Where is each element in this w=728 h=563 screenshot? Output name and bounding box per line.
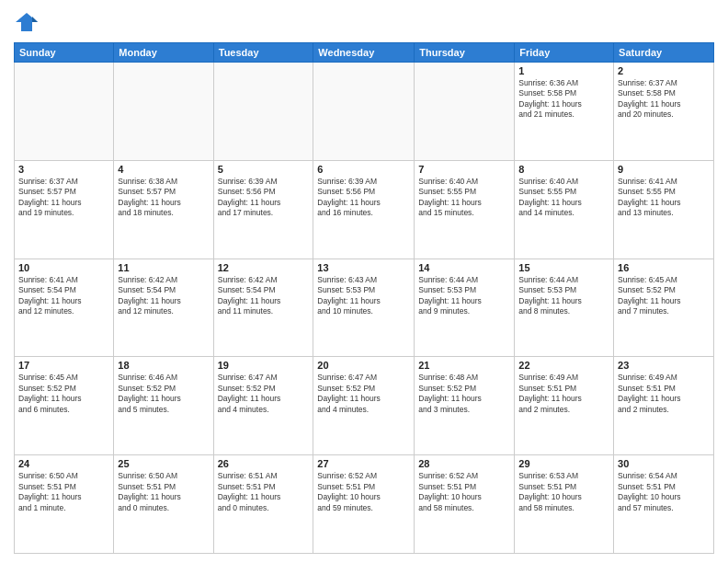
- week-row-2: 3Sunrise: 6:37 AM Sunset: 5:57 PM Daylig…: [15, 160, 714, 259]
- day-info: Sunrise: 6:43 AM Sunset: 5:53 PM Dayligh…: [317, 275, 410, 317]
- weekday-header-saturday: Saturday: [614, 43, 714, 63]
- day-number: 21: [418, 360, 510, 371]
- calendar-cell: 8Sunrise: 6:40 AM Sunset: 5:55 PM Daylig…: [515, 160, 614, 259]
- day-info: Sunrise: 6:40 AM Sunset: 5:55 PM Dayligh…: [418, 177, 510, 219]
- weekday-header-friday: Friday: [515, 43, 614, 63]
- day-info: Sunrise: 6:37 AM Sunset: 5:58 PM Dayligh…: [618, 78, 710, 121]
- day-number: 14: [418, 262, 510, 273]
- day-info: Sunrise: 6:47 AM Sunset: 5:52 PM Dayligh…: [317, 373, 410, 415]
- calendar-cell: 28Sunrise: 6:52 AM Sunset: 5:51 PM Dayli…: [415, 455, 515, 554]
- day-number: 6: [317, 164, 410, 175]
- calendar-table: SundayMondayTuesdayWednesdayThursdayFrid…: [14, 42, 714, 554]
- calendar-cell: 12Sunrise: 6:42 AM Sunset: 5:54 PM Dayli…: [213, 259, 313, 357]
- day-number: 16: [618, 262, 710, 273]
- day-number: 19: [218, 360, 310, 371]
- day-info: Sunrise: 6:49 AM Sunset: 5:51 PM Dayligh…: [518, 373, 609, 415]
- calendar-cell: 9Sunrise: 6:41 AM Sunset: 5:55 PM Daylig…: [614, 160, 714, 259]
- calendar-cell: [114, 63, 213, 161]
- calendar-cell: 15Sunrise: 6:44 AM Sunset: 5:53 PM Dayli…: [515, 259, 614, 357]
- day-number: 22: [518, 360, 609, 371]
- week-row-4: 17Sunrise: 6:45 AM Sunset: 5:52 PM Dayli…: [15, 357, 714, 455]
- day-number: 9: [618, 164, 710, 175]
- calendar-cell: 13Sunrise: 6:43 AM Sunset: 5:53 PM Dayli…: [313, 259, 415, 357]
- day-info: Sunrise: 6:54 AM Sunset: 5:51 PM Dayligh…: [618, 471, 710, 513]
- calendar-cell: [213, 63, 313, 161]
- day-number: 29: [518, 458, 609, 469]
- calendar-cell: 27Sunrise: 6:52 AM Sunset: 5:51 PM Dayli…: [313, 455, 415, 554]
- day-info: Sunrise: 6:52 AM Sunset: 5:51 PM Dayligh…: [418, 471, 510, 513]
- day-info: Sunrise: 6:45 AM Sunset: 5:52 PM Dayligh…: [618, 275, 710, 317]
- calendar-cell: 19Sunrise: 6:47 AM Sunset: 5:52 PM Dayli…: [213, 357, 313, 455]
- week-row-3: 10Sunrise: 6:41 AM Sunset: 5:54 PM Dayli…: [15, 259, 714, 357]
- day-number: 5: [218, 164, 310, 175]
- day-info: Sunrise: 6:39 AM Sunset: 5:56 PM Dayligh…: [317, 177, 410, 219]
- day-info: Sunrise: 6:49 AM Sunset: 5:51 PM Dayligh…: [618, 373, 710, 415]
- calendar-cell: 29Sunrise: 6:53 AM Sunset: 5:51 PM Dayli…: [515, 455, 614, 554]
- calendar-cell: [415, 63, 515, 161]
- calendar-cell: 2Sunrise: 6:37 AM Sunset: 5:58 PM Daylig…: [614, 63, 714, 161]
- day-info: Sunrise: 6:50 AM Sunset: 5:51 PM Dayligh…: [118, 471, 209, 513]
- day-info: Sunrise: 6:52 AM Sunset: 5:51 PM Dayligh…: [317, 471, 410, 513]
- calendar-cell: 6Sunrise: 6:39 AM Sunset: 5:56 PM Daylig…: [313, 160, 415, 259]
- day-number: 28: [418, 458, 510, 469]
- day-number: 27: [317, 458, 410, 469]
- calendar-cell: 7Sunrise: 6:40 AM Sunset: 5:55 PM Daylig…: [415, 160, 515, 259]
- day-number: 23: [618, 360, 710, 371]
- weekday-header-row: SundayMondayTuesdayWednesdayThursdayFrid…: [15, 43, 714, 63]
- day-info: Sunrise: 6:42 AM Sunset: 5:54 PM Dayligh…: [118, 275, 209, 317]
- calendar-cell: [313, 63, 415, 161]
- day-info: Sunrise: 6:40 AM Sunset: 5:55 PM Dayligh…: [518, 177, 609, 219]
- day-info: Sunrise: 6:41 AM Sunset: 5:54 PM Dayligh…: [18, 275, 109, 317]
- day-number: 15: [518, 262, 609, 273]
- day-number: 20: [317, 360, 410, 371]
- calendar-cell: 4Sunrise: 6:38 AM Sunset: 5:57 PM Daylig…: [114, 160, 213, 259]
- calendar-cell: 20Sunrise: 6:47 AM Sunset: 5:52 PM Dayli…: [313, 357, 415, 455]
- calendar-cell: 26Sunrise: 6:51 AM Sunset: 5:51 PM Dayli…: [213, 455, 313, 554]
- calendar-cell: 14Sunrise: 6:44 AM Sunset: 5:53 PM Dayli…: [415, 259, 515, 357]
- weekday-header-sunday: Sunday: [15, 43, 114, 63]
- calendar-cell: 10Sunrise: 6:41 AM Sunset: 5:54 PM Dayli…: [15, 259, 114, 357]
- day-info: Sunrise: 6:39 AM Sunset: 5:56 PM Dayligh…: [218, 177, 310, 219]
- day-number: 18: [118, 360, 209, 371]
- calendar-cell: 24Sunrise: 6:50 AM Sunset: 5:51 PM Dayli…: [15, 455, 114, 554]
- day-info: Sunrise: 6:41 AM Sunset: 5:55 PM Dayligh…: [618, 177, 710, 219]
- day-info: Sunrise: 6:51 AM Sunset: 5:51 PM Dayligh…: [218, 471, 310, 513]
- weekday-header-monday: Monday: [114, 43, 213, 63]
- day-number: 1: [518, 65, 609, 76]
- day-number: 17: [18, 360, 109, 371]
- day-info: Sunrise: 6:53 AM Sunset: 5:51 PM Dayligh…: [518, 471, 609, 513]
- day-info: Sunrise: 6:50 AM Sunset: 5:51 PM Dayligh…: [18, 471, 109, 513]
- week-row-5: 24Sunrise: 6:50 AM Sunset: 5:51 PM Dayli…: [15, 455, 714, 554]
- day-info: Sunrise: 6:44 AM Sunset: 5:53 PM Dayligh…: [518, 275, 609, 317]
- day-number: 13: [317, 262, 410, 273]
- logo: [14, 9, 43, 35]
- calendar-cell: 11Sunrise: 6:42 AM Sunset: 5:54 PM Dayli…: [114, 259, 213, 357]
- day-info: Sunrise: 6:44 AM Sunset: 5:53 PM Dayligh…: [418, 275, 510, 317]
- header: [14, 9, 714, 35]
- calendar-cell: 22Sunrise: 6:49 AM Sunset: 5:51 PM Dayli…: [515, 357, 614, 455]
- day-number: 7: [418, 164, 510, 175]
- calendar-cell: 30Sunrise: 6:54 AM Sunset: 5:51 PM Dayli…: [614, 455, 714, 554]
- logo-icon: [14, 9, 40, 35]
- day-info: Sunrise: 6:38 AM Sunset: 5:57 PM Dayligh…: [118, 177, 209, 219]
- svg-marker-1: [32, 17, 38, 22]
- day-number: 3: [18, 164, 109, 175]
- day-info: Sunrise: 6:48 AM Sunset: 5:52 PM Dayligh…: [418, 373, 510, 415]
- day-number: 11: [118, 262, 209, 273]
- day-number: 25: [118, 458, 209, 469]
- day-number: 12: [218, 262, 310, 273]
- calendar-cell: 17Sunrise: 6:45 AM Sunset: 5:52 PM Dayli…: [15, 357, 114, 455]
- day-info: Sunrise: 6:47 AM Sunset: 5:52 PM Dayligh…: [218, 373, 310, 415]
- day-number: 24: [18, 458, 109, 469]
- calendar-cell: 5Sunrise: 6:39 AM Sunset: 5:56 PM Daylig…: [213, 160, 313, 259]
- calendar-cell: 18Sunrise: 6:46 AM Sunset: 5:52 PM Dayli…: [114, 357, 213, 455]
- day-number: 8: [518, 164, 609, 175]
- day-info: Sunrise: 6:37 AM Sunset: 5:57 PM Dayligh…: [18, 177, 109, 219]
- weekday-header-wednesday: Wednesday: [313, 43, 415, 63]
- day-info: Sunrise: 6:42 AM Sunset: 5:54 PM Dayligh…: [218, 275, 310, 317]
- page: SundayMondayTuesdayWednesdayThursdayFrid…: [0, 0, 728, 563]
- day-info: Sunrise: 6:36 AM Sunset: 5:58 PM Dayligh…: [518, 78, 609, 121]
- week-row-1: 1Sunrise: 6:36 AM Sunset: 5:58 PM Daylig…: [15, 63, 714, 161]
- day-info: Sunrise: 6:45 AM Sunset: 5:52 PM Dayligh…: [18, 373, 109, 415]
- day-number: 2: [618, 65, 710, 76]
